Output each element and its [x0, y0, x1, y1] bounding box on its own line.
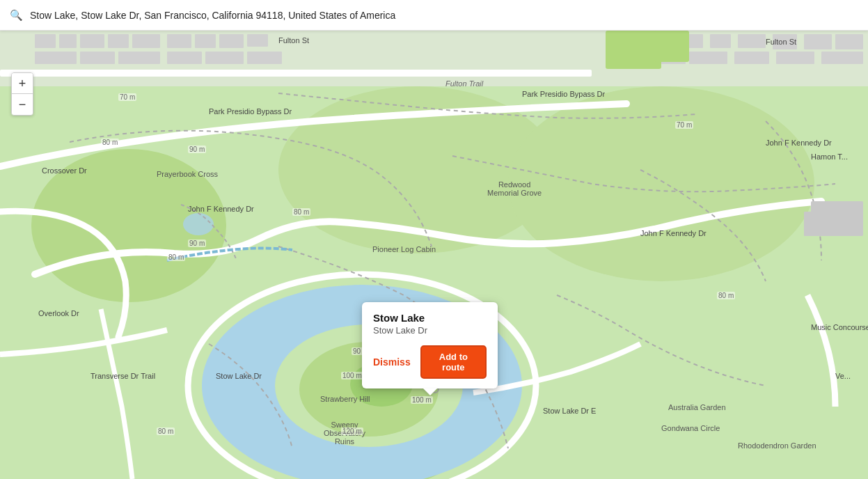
svg-rect-24	[804, 34, 832, 49]
svg-rect-5	[108, 34, 129, 48]
search-bar: 🔍	[0, 0, 868, 31]
svg-rect-14	[167, 52, 202, 64]
svg-rect-8	[195, 34, 216, 48]
location-popup: Stow Lake Stow Lake Dr Dismiss Add to ro…	[362, 302, 498, 388]
popup-subtitle: Stow Lake Dr	[373, 325, 487, 336]
svg-rect-6	[132, 34, 160, 48]
svg-rect-3	[59, 34, 77, 48]
zoom-controls: + −	[11, 72, 33, 116]
svg-rect-16	[247, 52, 282, 64]
svg-rect-46	[811, 201, 863, 236]
popup-title: Stow Lake	[373, 312, 487, 324]
dismiss-button[interactable]: Dismiss	[373, 356, 411, 368]
search-input[interactable]	[30, 10, 448, 21]
zoom-out-button[interactable]: −	[12, 94, 33, 115]
search-icon: 🔍	[10, 9, 23, 22]
svg-rect-10	[247, 34, 268, 47]
svg-rect-31	[821, 52, 863, 64]
zoom-in-button[interactable]: +	[12, 73, 33, 94]
svg-rect-36	[654, 31, 689, 62]
svg-rect-47	[804, 212, 814, 236]
svg-rect-7	[167, 34, 191, 48]
svg-rect-11	[35, 52, 77, 64]
map-background	[0, 31, 868, 479]
svg-rect-13	[118, 52, 160, 64]
svg-point-34	[508, 86, 814, 281]
svg-rect-35	[606, 31, 661, 69]
svg-rect-29	[734, 52, 769, 64]
svg-point-43	[183, 213, 214, 235]
svg-rect-22	[738, 34, 766, 48]
svg-rect-4	[80, 34, 104, 48]
svg-rect-28	[689, 52, 727, 64]
add-route-button[interactable]: Add to route	[420, 345, 487, 379]
svg-rect-30	[776, 52, 814, 64]
svg-rect-15	[205, 52, 244, 64]
svg-rect-9	[219, 34, 244, 48]
svg-rect-2	[35, 34, 56, 48]
svg-rect-44	[0, 70, 592, 77]
map[interactable]: Fulton StFulton StFulton TrailPark Presi…	[0, 31, 868, 479]
svg-rect-25	[835, 34, 863, 49]
svg-rect-23	[773, 34, 797, 49]
popup-actions: Dismiss Add to route	[373, 345, 487, 379]
svg-rect-21	[710, 34, 731, 48]
svg-rect-12	[80, 52, 115, 64]
